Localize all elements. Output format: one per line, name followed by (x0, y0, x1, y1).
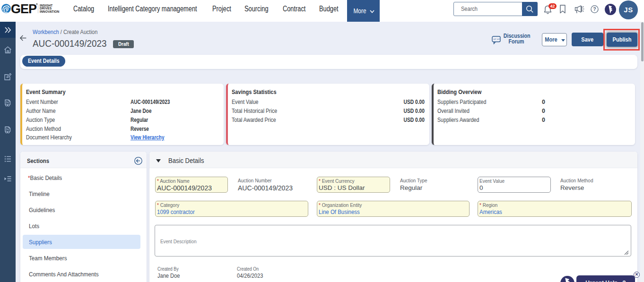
svg-text:?: ? (593, 6, 596, 12)
svg-text:“” “”: “” “” (494, 38, 500, 41)
